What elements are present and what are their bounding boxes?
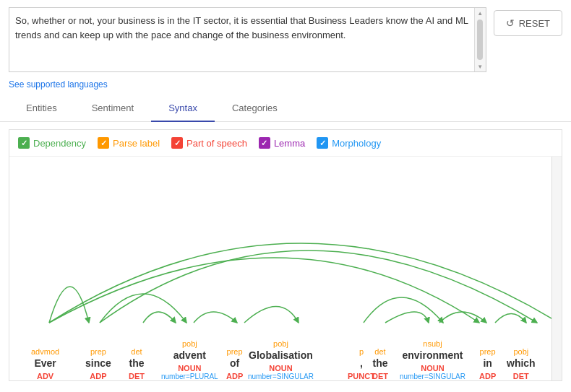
reset-icon: ↺ — [506, 17, 515, 29]
top-section: So, whether or not, your business is in … — [0, 0, 571, 79]
word-since: since — [85, 357, 111, 369]
token-in: prep in ADP — [479, 347, 496, 380]
tab-categories[interactable]: Categories — [215, 95, 295, 122]
reset-button[interactable]: ↺ RESET — [494, 10, 562, 36]
filter-dependency-label: Dependency — [33, 138, 86, 149]
token-the1: det the DET — [129, 347, 145, 380]
diagram-scrollbar[interactable] — [551, 157, 562, 380]
dep-the1: det — [131, 347, 142, 356]
scroll-down-arrow[interactable]: ▼ — [475, 61, 486, 71]
word-advent: advent — [173, 349, 206, 361]
dep-which: pobj — [513, 347, 528, 356]
morph-globalisation: number=SINGULAR — [248, 373, 314, 380]
filter-lemma[interactable]: ✓ Lemma — [259, 137, 305, 149]
checkbox-morphology[interactable]: ✓ — [317, 137, 328, 149]
filter-morphology-label: Morphology — [332, 138, 381, 149]
see-languages-link[interactable]: See supported languages — [0, 79, 571, 95]
token-since: prep since ADP — [85, 347, 111, 380]
text-input[interactable]: So, whether or not, your business is in … — [9, 8, 486, 71]
word-of: of — [230, 357, 239, 369]
pos-since: ADP — [90, 372, 106, 380]
pos-in: ADP — [479, 372, 496, 380]
pos-the1: DET — [129, 372, 145, 380]
filter-morphology[interactable]: ✓ Morphology — [317, 137, 381, 149]
diagram-area[interactable]: advmod Ever ADV prep since ADP det the D… — [9, 157, 562, 380]
dep-in: prep — [480, 347, 496, 356]
reset-label: RESET — [519, 18, 550, 29]
checkbox-lemma[interactable]: ✓ — [259, 137, 270, 149]
scroll-thumb[interactable] — [477, 19, 483, 60]
tab-syntax[interactable]: Syntax — [151, 95, 215, 122]
checkbox-part-of-speech[interactable]: ✓ — [171, 137, 183, 149]
dep-ever: advmod — [31, 347, 59, 356]
filter-pos-label: Part of speech — [186, 138, 247, 149]
token-comma: p , PUNCT — [348, 347, 375, 380]
word-in: in — [483, 357, 491, 369]
pos-which: DET — [513, 372, 529, 380]
filter-part-of-speech[interactable]: ✓ Part of speech — [171, 137, 247, 149]
pos-advent: NOUN — [178, 364, 201, 373]
pos-of: ADP — [226, 372, 243, 380]
pos-globalisation: NOUN — [269, 364, 292, 373]
filters-row: ✓ Dependency ✓ Parse label ✓ Part of spe… — [9, 130, 562, 157]
morph-advent: number=PLURAL — [161, 373, 218, 380]
word-the1: the — [129, 357, 145, 369]
text-area-wrapper: So, whether or not, your business is in … — [9, 7, 486, 72]
pos-ever: ADV — [37, 372, 53, 380]
dep-since: prep — [90, 347, 106, 356]
filter-parse-label[interactable]: ✓ Parse label — [98, 137, 160, 149]
dep-advent: pobj — [182, 339, 197, 348]
scroll-up-arrow[interactable]: ▲ — [475, 8, 486, 18]
tabs-bar: Entities Sentiment Syntax Categories — [0, 95, 571, 122]
word-globalisation: Globalisation — [249, 349, 313, 361]
word-environment: environment — [402, 349, 463, 361]
pos-comma: PUNCT — [348, 372, 375, 380]
word-comma: , — [360, 357, 363, 369]
filter-dependency[interactable]: ✓ Dependency — [18, 137, 86, 149]
scrollbar[interactable]: ▲ ▼ — [474, 8, 486, 71]
token-advent: pobj advent NOUN number=PLURAL — [161, 339, 218, 380]
token-ever: advmod Ever ADV — [31, 347, 59, 380]
word-ever: Ever — [34, 357, 56, 369]
dep-of: prep — [227, 347, 243, 356]
dep-environment: nsubj — [423, 339, 442, 348]
dep-comma: p — [359, 347, 364, 356]
checkbox-parse-label[interactable]: ✓ — [98, 137, 109, 149]
syntax-panel: ✓ Dependency ✓ Parse label ✓ Part of spe… — [9, 129, 562, 381]
token-of: prep of ADP — [226, 347, 243, 380]
tab-sentiment[interactable]: Sentiment — [74, 95, 152, 122]
token-globalisation: pobj Globalisation NOUN number=SINGULAR — [248, 339, 314, 380]
pos-the2: DET — [372, 372, 388, 380]
dep-globalisation: pobj — [273, 339, 288, 348]
word-the2: the — [373, 357, 388, 369]
pos-environment: NOUN — [421, 364, 444, 373]
dep-the2: det — [374, 347, 385, 356]
token-which: pobj which DET — [507, 347, 536, 380]
morph-environment: number=SINGULAR — [400, 373, 465, 380]
checkbox-dependency[interactable]: ✓ — [18, 137, 30, 149]
token-the2: det the DET — [372, 347, 388, 380]
diagram-inner: advmod Ever ADV prep since ADP det the D… — [9, 157, 562, 380]
word-which: which — [507, 357, 536, 369]
token-environment: nsubj environment NOUN number=SINGULAR — [400, 339, 465, 380]
filter-lemma-label: Lemma — [274, 138, 305, 149]
tab-entities[interactable]: Entities — [9, 95, 74, 122]
filter-parse-label-text: Parse label — [113, 138, 160, 149]
